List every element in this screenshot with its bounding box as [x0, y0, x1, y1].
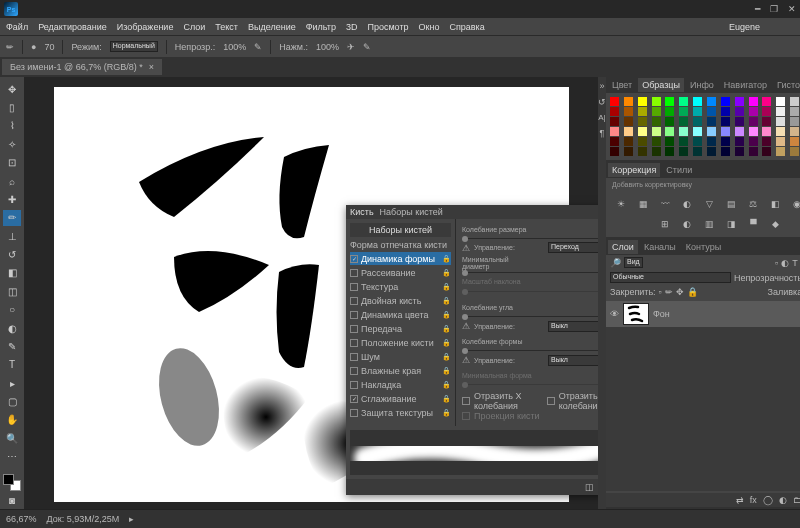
brush-tool[interactable]: ✏ — [3, 210, 21, 226]
brush-tip-shape[interactable]: Форма отпечатка кисти — [350, 238, 451, 251]
swatch[interactable] — [665, 107, 674, 116]
swatch[interactable] — [762, 107, 771, 116]
levels-icon[interactable]: ▦ — [635, 197, 651, 211]
swatch[interactable] — [610, 107, 619, 116]
visibility-icon[interactable]: 👁 — [610, 309, 619, 319]
tab-paths[interactable]: Контуры — [682, 240, 725, 254]
zoom-value[interactable]: 66,67% — [6, 514, 37, 524]
swatch[interactable] — [721, 107, 730, 116]
noise-checkbox[interactable] — [350, 353, 358, 361]
swatch[interactable] — [665, 127, 674, 136]
type-tool[interactable]: T — [3, 357, 21, 373]
brightness-icon[interactable]: ☀ — [613, 197, 629, 211]
menu-image[interactable]: Изображение — [117, 22, 174, 32]
shape-dynamics-checkbox[interactable] — [350, 255, 358, 263]
layer-name[interactable]: Фон — [653, 309, 670, 319]
crop-tool[interactable]: ⊡ — [3, 155, 21, 171]
tab-color[interactable]: Цвет — [608, 78, 636, 92]
zoom-tool[interactable]: 🔍 — [3, 430, 21, 446]
swatch[interactable] — [749, 127, 758, 136]
smoothing-checkbox[interactable] — [350, 395, 358, 403]
swatch[interactable] — [776, 107, 785, 116]
history-brush-tool[interactable]: ↺ — [3, 246, 21, 262]
menu-3d[interactable]: 3D — [346, 22, 358, 32]
swatch[interactable] — [610, 137, 619, 146]
swatch[interactable] — [652, 147, 661, 156]
swatch[interactable] — [624, 137, 633, 146]
scattering-row[interactable]: Рассеивание🔒 — [350, 266, 451, 279]
wet-edges-row[interactable]: Влажные края🔒 — [350, 364, 451, 377]
min-diameter-slider[interactable] — [462, 272, 598, 273]
swatch[interactable] — [638, 127, 647, 136]
dual-brush-row[interactable]: Двойная кисть🔒 — [350, 294, 451, 307]
blur-tool[interactable]: ○ — [3, 302, 21, 318]
swatch[interactable] — [790, 127, 799, 136]
menu-window[interactable]: Окно — [419, 22, 440, 32]
transfer-checkbox[interactable] — [350, 325, 358, 333]
quickmask-toggle[interactable]: ◙ — [3, 493, 21, 509]
brush-panel[interactable]: Кисть Наборы кистей » ≡ Наборы кистей Фо… — [346, 205, 598, 495]
swatch[interactable] — [624, 147, 633, 156]
swatch[interactable] — [693, 147, 702, 156]
exposure-icon[interactable]: ◐ — [679, 197, 695, 211]
flow-value[interactable]: 100% — [316, 42, 339, 52]
dodge-tool[interactable]: ◐ — [3, 320, 21, 336]
layer-filter-select[interactable]: Вид — [624, 257, 643, 268]
document-tab[interactable]: Без имени-1 @ 66,7% (RGB/8) * × — [2, 59, 162, 75]
scattering-checkbox[interactable] — [350, 269, 358, 277]
tab-layers[interactable]: Слои — [608, 240, 638, 254]
swatch[interactable] — [721, 127, 730, 136]
swatch[interactable] — [762, 127, 771, 136]
brush-presets-button[interactable]: Наборы кистей — [350, 223, 451, 237]
menu-help[interactable]: Справка — [449, 22, 484, 32]
swatch[interactable] — [707, 147, 716, 156]
swatch[interactable] — [735, 127, 744, 136]
tablet-pressure-size-icon[interactable]: ✎ — [363, 42, 371, 52]
user-name[interactable]: Eugene — [729, 22, 760, 32]
healing-tool[interactable]: ✚ — [3, 191, 21, 207]
size-jitter-slider[interactable] — [462, 238, 598, 239]
search-icon[interactable]: 🔎 — [610, 258, 621, 268]
swatch[interactable] — [707, 97, 716, 106]
swatch[interactable] — [749, 147, 758, 156]
swatch[interactable] — [721, 97, 730, 106]
flip-y-checkbox[interactable] — [547, 397, 555, 405]
shape-dynamics-row[interactable]: Динамика формы🔒 — [350, 252, 451, 265]
swatch[interactable] — [610, 147, 619, 156]
swatches-grid[interactable] — [606, 93, 800, 160]
paragraph-panel-icon[interactable]: ¶ — [600, 128, 605, 138]
swatch[interactable] — [693, 117, 702, 126]
tab-info[interactable]: Инфо — [686, 78, 718, 92]
filter-type-icon[interactable]: T — [792, 258, 798, 268]
swatch[interactable] — [762, 147, 771, 156]
swatch[interactable] — [624, 127, 633, 136]
layer-fx-icon[interactable]: fx — [750, 495, 757, 505]
menu-text[interactable]: Текст — [215, 22, 238, 32]
layer-thumbnail[interactable] — [623, 303, 649, 325]
swatch[interactable] — [665, 117, 674, 126]
buildup-checkbox[interactable] — [350, 381, 358, 389]
color-balance-icon[interactable]: ⚖ — [745, 197, 761, 211]
angle-jitter-slider[interactable] — [462, 316, 598, 317]
swatch[interactable] — [693, 137, 702, 146]
swatch[interactable] — [679, 97, 688, 106]
path-select-tool[interactable]: ▸ — [3, 375, 21, 391]
swatch[interactable] — [790, 147, 799, 156]
doc-size[interactable]: Док: 5,93M/2,25M — [47, 514, 120, 524]
swatch[interactable] — [790, 137, 799, 146]
hand-tool[interactable]: ✋ — [3, 412, 21, 428]
maximize-button[interactable]: ❐ — [770, 4, 778, 14]
swatch[interactable] — [652, 127, 661, 136]
tab-styles[interactable]: Стили — [662, 163, 696, 177]
new-group-icon[interactable]: 🗀 — [793, 495, 800, 505]
swatch[interactable] — [638, 97, 647, 106]
panel-tab-brush-presets[interactable]: Наборы кистей — [380, 207, 443, 217]
edit-toolbar-icon[interactable]: ⋯ — [3, 449, 21, 465]
tab-swatches[interactable]: Образцы — [638, 78, 684, 92]
lock-all-icon[interactable]: 🔒 — [687, 287, 698, 297]
noise-row[interactable]: Шум🔒 — [350, 350, 451, 363]
invert-icon[interactable]: ◐ — [679, 217, 695, 231]
minimize-button[interactable]: ━ — [755, 4, 760, 14]
panel-tab-brush[interactable]: Кисть — [350, 207, 374, 217]
layer-row-background[interactable]: 👁 Фон 🔒 — [606, 301, 800, 327]
